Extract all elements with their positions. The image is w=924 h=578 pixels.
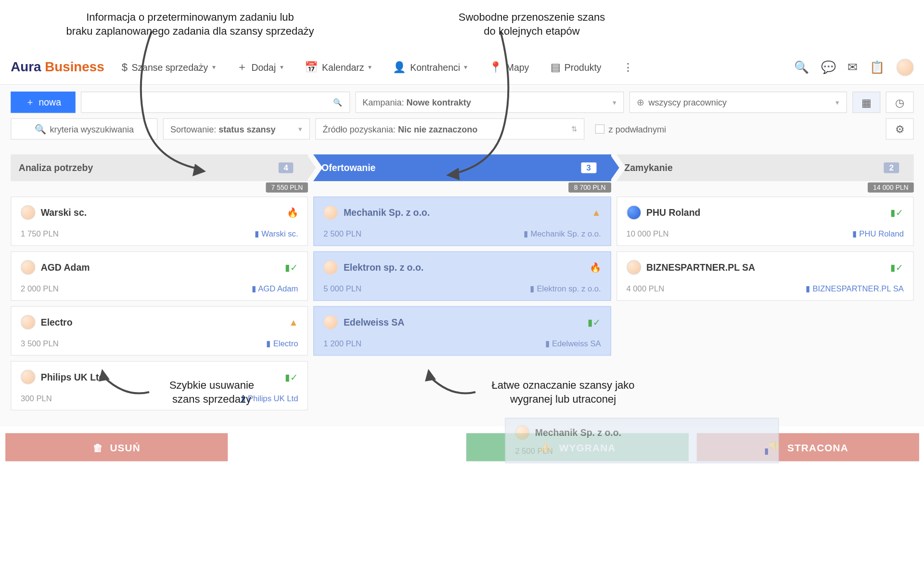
- trash-icon: 🗑: [93, 442, 103, 453]
- company-link[interactable]: ▮ Electro: [266, 339, 298, 348]
- company-link[interactable]: ▮ Mechanik Sp. z o.o.: [524, 229, 601, 238]
- column-header[interactable]: Analiza potrzeby4: [11, 155, 308, 182]
- opportunity-card[interactable]: Elektron sp. z o.o.🔥5 000 PLN▮ Elektron …: [313, 251, 611, 301]
- chevron-down-icon: ▾: [613, 98, 616, 106]
- column-header[interactable]: Zamykanie2: [616, 155, 914, 182]
- annotation-top-left: Informacja o przeterminowanym zadaniu lu…: [34, 11, 346, 38]
- delete-button[interactable]: 🗑USUŃ: [5, 433, 228, 461]
- chevron-down-icon: ▾: [464, 64, 467, 71]
- bottom-actions: 🗑USUŃ 👍WYGRANA 👎STRACONA: [0, 426, 924, 468]
- dragging-card[interactable]: Mechanik Sp. z o.o. 2 500 PLN▮: [505, 418, 779, 463]
- settings-button[interactable]: ⚙: [886, 118, 913, 140]
- nav-mapy[interactable]: 📍Mapy: [479, 57, 538, 78]
- book-icon: ▤: [551, 61, 561, 73]
- mail-icon[interactable]: ✉: [847, 60, 858, 75]
- nav-kalendarz[interactable]: 📅Kalendarz▾: [295, 57, 381, 78]
- opportunity-card[interactable]: Electro▲3 500 PLN▮ Electro: [11, 306, 308, 356]
- source-select[interactable]: Źródło pozyskania: Nic nie zaznaczono⇅: [315, 118, 585, 140]
- check-icon: ▮✓: [890, 262, 904, 273]
- card-price: 4 000 PLN: [626, 284, 664, 293]
- company-link[interactable]: ▮ PHU Roland: [852, 229, 904, 238]
- company-link: ▮: [764, 447, 769, 456]
- card-price: 5 000 PLN: [323, 284, 361, 293]
- count-badge: 3: [581, 162, 596, 173]
- chevron-down-icon: ▾: [280, 64, 283, 71]
- view-kanban-button[interactable]: ▦: [852, 92, 880, 113]
- view-history-button[interactable]: ◷: [886, 92, 913, 113]
- avatar-icon: [21, 369, 36, 384]
- gear-icon: ⚙: [895, 123, 904, 135]
- card-title: Mechanik Sp. z o.o.: [344, 207, 586, 218]
- card-title: Electro: [41, 317, 283, 328]
- avatar-icon: [626, 260, 641, 275]
- opportunity-card[interactable]: PHU Roland▮✓10 000 PLN▮ PHU Roland: [616, 197, 914, 246]
- search-icon: 🔍: [35, 124, 46, 134]
- plus-icon: ＋: [237, 60, 247, 74]
- nav-more[interactable]: ⋮: [614, 57, 643, 78]
- workers-select[interactable]: ⊕wszyscy pracownicy▾: [629, 92, 847, 113]
- annotation-bot-right: Łatwe oznaczanie szansy jakowygranej lub…: [476, 379, 650, 406]
- card-price: 300 PLN: [21, 394, 52, 403]
- search-icon[interactable]: 🔍: [794, 60, 809, 75]
- opportunity-card[interactable]: Edelweiss SA▮✓1 200 PLN▮ Edelweiss SA: [313, 306, 611, 356]
- user-avatar[interactable]: [897, 58, 914, 76]
- annotation-top-right: Swobodne przenoszenie szansdo kolejnych …: [428, 11, 635, 38]
- kanban-board: Analiza potrzeby47 550 PLNWarski sc.🔥1 7…: [0, 148, 924, 427]
- opportunity-card[interactable]: AGD Adam▮✓2 000 PLN▮ AGD Adam: [11, 251, 308, 301]
- opportunity-card[interactable]: Mechanik Sp. z o.o.▲2 500 PLN▮ Mechanik …: [313, 197, 611, 246]
- nav-dodaj[interactable]: ＋Dodaj▾: [227, 56, 292, 78]
- sort-select[interactable]: Sortowanie: status szansy▾: [163, 118, 310, 140]
- nav-szanse[interactable]: $Szanse sprzedaży▾: [112, 57, 225, 78]
- warning-icon: ▲: [591, 207, 601, 218]
- company-link[interactable]: ▮ Warski sc.: [255, 229, 298, 238]
- avatar-icon: [21, 260, 36, 275]
- column-sum: 8 700 PLN: [313, 181, 611, 197]
- nav-kontrahenci[interactable]: 👤Kontrahenci▾: [384, 57, 477, 78]
- search-input[interactable]: 🔍: [81, 92, 350, 113]
- search-icon: 🔍: [333, 98, 342, 106]
- nav-produkty[interactable]: ▤Produkty: [541, 57, 611, 78]
- card-price: 10 000 PLN: [626, 229, 668, 238]
- plus-icon: ＋: [26, 96, 35, 108]
- card-price: 3 500 PLN: [21, 339, 59, 348]
- chevron-down-icon: ▾: [212, 64, 216, 71]
- check-icon: ▮✓: [285, 372, 298, 382]
- avatar-icon: [21, 205, 36, 220]
- card-title: Warski sc.: [41, 207, 282, 218]
- chevron-down-icon: ▾: [368, 64, 372, 71]
- warning-icon: ▲: [289, 317, 298, 328]
- company-link[interactable]: ▮ AGD Adam: [252, 284, 298, 293]
- search-criteria-button[interactable]: 🔍kryteria wyszukiwania: [11, 118, 157, 140]
- clock-icon: ◷: [895, 96, 904, 108]
- card-price: 1 750 PLN: [21, 229, 59, 238]
- company-link[interactable]: ▮ BIZNESPARTNER.PL SA: [806, 284, 904, 293]
- opportunity-card[interactable]: Warski sc.🔥1 750 PLN▮ Warski sc.: [11, 197, 308, 246]
- campaign-select[interactable]: Kampania: Nowe kontrakty▾: [355, 92, 624, 113]
- company-link[interactable]: ▮ Edelweiss SA: [545, 339, 601, 348]
- person-icon: 👤: [393, 61, 406, 73]
- card-price: 2 500 PLN: [323, 229, 361, 238]
- checkbox-box: [595, 124, 604, 133]
- avatar-icon: [323, 260, 338, 275]
- company-link[interactable]: ▮ Elektron sp. z o.o.: [530, 284, 601, 293]
- check-icon: ▮✓: [890, 207, 904, 218]
- chat-icon[interactable]: 💬: [821, 60, 836, 75]
- pin-icon: 📍: [489, 61, 502, 73]
- card-price: 1 200 PLN: [323, 339, 361, 348]
- kanban-column: Ofertowanie38 700 PLNMechanik Sp. z o.o.…: [313, 155, 611, 416]
- opportunity-card[interactable]: BIZNESPARTNER.PL SA▮✓4 000 PLN▮ BIZNESPA…: [616, 251, 914, 301]
- avatar-icon: [323, 205, 338, 220]
- clipboard-icon[interactable]: 📋: [870, 60, 885, 75]
- avatar-icon: [323, 315, 338, 330]
- chevron-down-icon: ▾: [835, 98, 839, 106]
- annotation-bot-left: Szybkie usuwanieszans sprzedaży: [154, 379, 270, 406]
- card-title: BIZNESPARTNER.PL SA: [646, 262, 885, 273]
- kanban-icon: ▦: [861, 96, 872, 108]
- logo: Aura Business: [11, 59, 104, 75]
- top-nav: Aura Business $Szanse sprzedaży▾ ＋Dodaj▾…: [0, 50, 924, 85]
- globe-icon: ⊕: [637, 97, 645, 107]
- column-header[interactable]: Ofertowanie3: [313, 155, 611, 182]
- new-button[interactable]: ＋nowa: [11, 92, 76, 113]
- avatar-icon: [515, 425, 530, 440]
- with-subordinates-checkbox[interactable]: z podwładnymi: [590, 124, 671, 134]
